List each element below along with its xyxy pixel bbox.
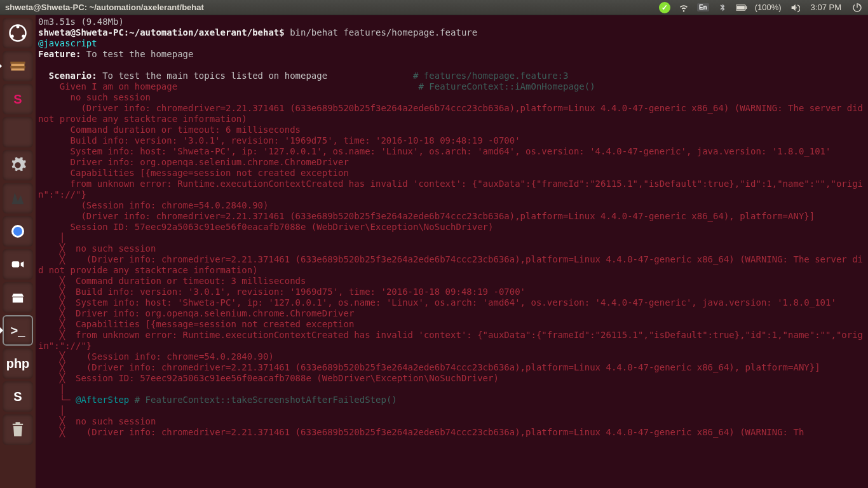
tree-cross: ╳ [38, 297, 76, 308]
clock[interactable]: 3:07 PM [811, 3, 841, 12]
settings-icon[interactable] [3, 150, 33, 180]
tree-bar: │ [38, 233, 65, 243]
window-title: shweta@Shweta-PC: ~/automation/axelerant… [5, 3, 659, 12]
svg-rect-8 [11, 64, 25, 67]
tree-cross: ╳ [38, 254, 76, 264]
wifi-icon[interactable] [678, 2, 689, 13]
err-line: no such session [38, 92, 151, 102]
svg-rect-9 [10, 66, 25, 69]
tree-cross: ╳ [38, 416, 76, 426]
err-line: (Driver info: chromedriver=2.21.371461 (… [76, 362, 820, 372]
err-line: Build info: version: '3.0.1', revision: … [76, 287, 526, 297]
err-line: System info: host: 'Shweta-PC', ip: '127… [76, 297, 836, 308]
scenario-keyword: Scenario: [38, 71, 97, 81]
err-line: Build info: version: '3.0.1', revision: … [38, 135, 520, 146]
battery-icon[interactable] [736, 2, 747, 13]
phpstorm-icon[interactable]: php [3, 348, 33, 379]
skype-icon[interactable]: S [3, 381, 33, 412]
system-tray: ✓ En (100%) 3:07 PM [659, 2, 863, 13]
timing-line: 0m3.51s (9.48Mb) [38, 17, 124, 27]
err-line: (Session info: chrome=54.0.2840.90) [76, 351, 274, 362]
err-line: Command duration or timeout: 3 milliseco… [76, 276, 306, 286]
tree-end: └─ [38, 395, 76, 405]
gimp-icon[interactable] [3, 183, 33, 214]
tree-cross: ╳ [38, 427, 76, 437]
tree-cross: ╳ [38, 330, 76, 340]
given-step: I am on homepage [92, 81, 177, 92]
dash-icon[interactable] [3, 18, 33, 48]
terminal-icon[interactable]: >_ [3, 315, 33, 346]
svg-rect-2 [736, 6, 744, 10]
svg-rect-7 [10, 62, 25, 64]
zoom-icon[interactable] [3, 249, 33, 280]
err-line: Driver info: org.openqa.selenium.chrome.… [76, 308, 354, 318]
tree-cross: ╳ [38, 351, 76, 362]
err-line: Capabilities [{message=session not creat… [76, 319, 354, 329]
update-indicator-icon[interactable]: ✓ [659, 2, 670, 13]
err-line: Command duration or timeout: 6 milliseco… [38, 125, 301, 135]
err-line: System info: host: 'Shweta-PC', ip: '127… [38, 146, 831, 156]
terminal-output[interactable]: 0m3.51s (9.48Mb) shweta@Shweta-PC:~/auto… [36, 15, 868, 488]
err-line: (Driver info: chromedriver=2.21.371461 (… [38, 211, 815, 221]
err-line: (Driver info: chromedriver=2.21.371461 (… [38, 103, 868, 124]
tree-cross: ╳ [38, 373, 76, 383]
given-comment: # FeatureContext::iAmOnHomepage() [418, 81, 595, 92]
keyboard-layout-indicator[interactable]: En [697, 3, 709, 11]
tree-cross: ╳ [38, 243, 76, 254]
tree-bar: │ [38, 405, 65, 416]
shutdown-icon[interactable] [851, 2, 863, 13]
err-line: Capabilities [{message=session not creat… [38, 168, 349, 178]
scenario-title: To test the main topics listed on homepa… [97, 71, 327, 81]
svg-rect-1 [745, 6, 747, 8]
svg-rect-11 [12, 261, 20, 267]
svg-rect-10 [11, 69, 25, 71]
battery-percent: (100%) [755, 3, 782, 12]
command: bin/behat features/homepage.feature [290, 27, 477, 37]
tree-cross: ╳ [38, 287, 76, 297]
err-line: (Driver info: chromedriver=2.21.371461 (… [76, 427, 804, 437]
volume-icon[interactable] [789, 2, 801, 13]
tree-cross: ╳ [38, 308, 76, 318]
feature-keyword: Feature: [38, 49, 81, 59]
err-line: from unknown error: Runtime.executionCon… [38, 179, 863, 200]
tree-cross: ╳ [38, 362, 76, 372]
err-line: no such session [76, 416, 156, 426]
err-line: (Session info: chrome=54.0.2840.90) [38, 200, 268, 210]
svg-point-4 [17, 25, 20, 29]
firefox-icon[interactable] [3, 117, 33, 147]
files-icon[interactable] [3, 51, 33, 81]
trash-icon[interactable] [3, 414, 33, 445]
err-line: no such session [76, 243, 156, 254]
top-menubar: shweta@Shweta-PC: ~/automation/axelerant… [0, 0, 868, 15]
svg-point-5 [11, 35, 14, 38]
software-center-icon[interactable] [3, 282, 33, 313]
scenario-comment: # features/homepage.feature:3 [413, 71, 568, 81]
tree-cross: ╳ [38, 276, 76, 286]
slack-icon[interactable]: S [3, 84, 33, 114]
err-line: (Driver info: chromedriver=2.21.371461 (… [38, 254, 863, 275]
shell-prompt: shweta@Shweta-PC:~/automation/axelerant/… [38, 27, 290, 37]
unity-launcher: S >_ php S [0, 15, 36, 488]
afterstep-keyword: @AfterStep [76, 395, 129, 405]
tree-cross: ╳ [38, 319, 76, 329]
err-line: Session ID: 57eec92a5063c91ee56f0eacafb7… [76, 373, 499, 383]
given-keyword: Given [38, 81, 92, 92]
err-line: Session ID: 57eec92a5063c91ee56f0eacafb7… [38, 222, 493, 232]
chrome-icon[interactable] [3, 216, 33, 247]
svg-point-6 [22, 35, 25, 38]
err-line: from unknown error: Runtime.executionCon… [38, 330, 863, 351]
tree-bar: │ [38, 384, 65, 394]
behat-tag: @javascript [38, 38, 97, 48]
afterstep-comment: # FeatureContext::takeScreenshotAfterFai… [129, 395, 397, 405]
bluetooth-icon[interactable] [717, 2, 728, 13]
feature-title: To test the homepage [81, 49, 193, 59]
err-line: Driver info: org.openqa.selenium.chrome.… [38, 157, 349, 167]
